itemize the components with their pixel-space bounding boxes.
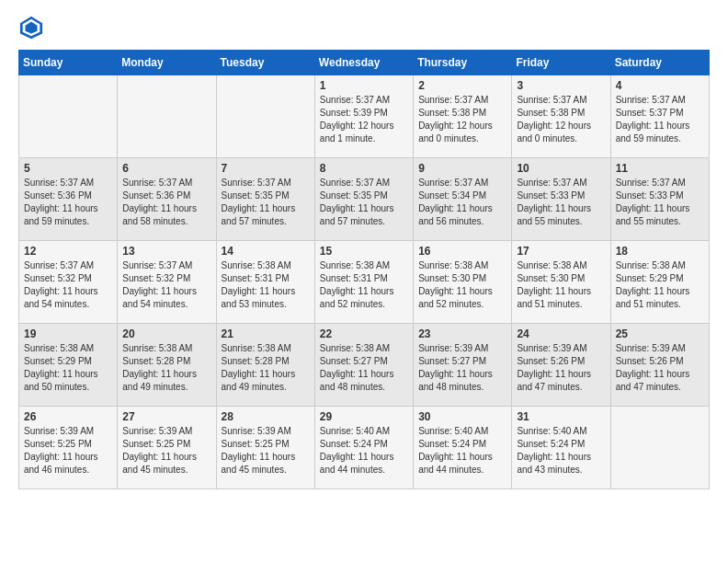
day-number: 31 xyxy=(517,410,605,423)
day-number: 2 xyxy=(418,79,506,92)
day-number: 18 xyxy=(616,245,704,258)
weekday-header-saturday: Saturday xyxy=(610,51,709,75)
calendar-cell: 29Sunrise: 5:40 AMSunset: 5:24 PMDayligh… xyxy=(314,407,413,489)
calendar-cell: 8Sunrise: 5:37 AMSunset: 5:35 PMDaylight… xyxy=(314,158,413,241)
day-info: Sunrise: 5:37 AMSunset: 5:36 PMDaylight:… xyxy=(122,177,210,228)
day-info: Sunrise: 5:39 AMSunset: 5:25 PMDaylight:… xyxy=(24,425,112,477)
calendar-cell: 26Sunrise: 5:39 AMSunset: 5:25 PMDayligh… xyxy=(19,407,118,489)
calendar-cell: 23Sunrise: 5:39 AMSunset: 5:27 PMDayligh… xyxy=(414,324,512,407)
page-header xyxy=(18,15,710,40)
day-number: 21 xyxy=(222,327,310,340)
weekday-header-thursday: Thursday xyxy=(414,51,512,75)
day-info: Sunrise: 5:39 AMSunset: 5:26 PMDaylight:… xyxy=(616,342,704,394)
day-info: Sunrise: 5:37 AMSunset: 5:38 PMDaylight:… xyxy=(517,94,605,145)
logo xyxy=(18,15,48,40)
day-number: 24 xyxy=(517,327,605,340)
calendar-cell: 2Sunrise: 5:37 AMSunset: 5:38 PMDaylight… xyxy=(414,75,512,158)
day-number: 13 xyxy=(122,245,210,258)
day-info: Sunrise: 5:37 AMSunset: 5:35 PMDaylight:… xyxy=(320,177,408,228)
day-info: Sunrise: 5:37 AMSunset: 5:34 PMDaylight:… xyxy=(418,177,506,228)
day-number: 6 xyxy=(122,162,210,175)
day-number: 25 xyxy=(616,327,704,340)
calendar-table: SundayMondayTuesdayWednesdayThursdayFrid… xyxy=(18,50,710,489)
day-number: 8 xyxy=(320,162,408,175)
calendar-cell: 12Sunrise: 5:37 AMSunset: 5:32 PMDayligh… xyxy=(19,241,118,324)
calendar-cell: 9Sunrise: 5:37 AMSunset: 5:34 PMDaylight… xyxy=(414,158,512,241)
day-info: Sunrise: 5:37 AMSunset: 5:38 PMDaylight:… xyxy=(418,94,506,145)
day-info: Sunrise: 5:38 AMSunset: 5:29 PMDaylight:… xyxy=(616,259,704,311)
day-info: Sunrise: 5:38 AMSunset: 5:27 PMDaylight:… xyxy=(320,342,408,394)
day-info: Sunrise: 5:38 AMSunset: 5:29 PMDaylight:… xyxy=(24,342,112,394)
day-info: Sunrise: 5:40 AMSunset: 5:24 PMDaylight:… xyxy=(418,425,506,477)
day-number: 7 xyxy=(222,162,310,175)
day-number: 26 xyxy=(24,410,112,423)
day-info: Sunrise: 5:37 AMSunset: 5:35 PMDaylight:… xyxy=(222,177,310,228)
day-info: Sunrise: 5:39 AMSunset: 5:25 PMDaylight:… xyxy=(122,425,210,477)
day-info: Sunrise: 5:39 AMSunset: 5:26 PMDaylight:… xyxy=(517,342,605,394)
calendar-cell xyxy=(118,75,216,158)
weekday-header-sunday: Sunday xyxy=(19,51,118,75)
day-number: 9 xyxy=(418,162,506,175)
calendar-cell: 14Sunrise: 5:38 AMSunset: 5:31 PMDayligh… xyxy=(216,241,314,324)
calendar-cell: 10Sunrise: 5:37 AMSunset: 5:33 PMDayligh… xyxy=(512,158,610,241)
calendar-cell: 27Sunrise: 5:39 AMSunset: 5:25 PMDayligh… xyxy=(118,407,216,489)
day-number: 12 xyxy=(24,245,112,258)
day-number: 14 xyxy=(222,245,310,258)
day-number: 3 xyxy=(517,79,605,92)
day-number: 1 xyxy=(320,79,408,92)
calendar-cell xyxy=(19,75,118,158)
calendar-cell: 4Sunrise: 5:37 AMSunset: 5:37 PMDaylight… xyxy=(610,75,709,158)
day-info: Sunrise: 5:38 AMSunset: 5:30 PMDaylight:… xyxy=(517,259,605,311)
calendar-cell: 5Sunrise: 5:37 AMSunset: 5:36 PMDaylight… xyxy=(19,158,118,241)
day-number: 5 xyxy=(24,162,112,175)
day-info: Sunrise: 5:40 AMSunset: 5:24 PMDaylight:… xyxy=(320,425,408,477)
day-number: 17 xyxy=(517,245,605,258)
day-info: Sunrise: 5:39 AMSunset: 5:27 PMDaylight:… xyxy=(418,342,506,394)
calendar-cell: 6Sunrise: 5:37 AMSunset: 5:36 PMDaylight… xyxy=(118,158,216,241)
day-number: 15 xyxy=(320,245,408,258)
day-info: Sunrise: 5:37 AMSunset: 5:39 PMDaylight:… xyxy=(320,94,408,145)
calendar-cell: 16Sunrise: 5:38 AMSunset: 5:30 PMDayligh… xyxy=(414,241,512,324)
day-number: 30 xyxy=(418,410,506,423)
calendar-cell: 22Sunrise: 5:38 AMSunset: 5:27 PMDayligh… xyxy=(314,324,413,407)
day-number: 22 xyxy=(320,327,408,340)
day-info: Sunrise: 5:38 AMSunset: 5:31 PMDaylight:… xyxy=(222,259,310,311)
day-info: Sunrise: 5:37 AMSunset: 5:36 PMDaylight:… xyxy=(24,177,112,228)
day-info: Sunrise: 5:37 AMSunset: 5:33 PMDaylight:… xyxy=(517,177,605,228)
calendar-cell: 3Sunrise: 5:37 AMSunset: 5:38 PMDaylight… xyxy=(512,75,610,158)
calendar-cell: 24Sunrise: 5:39 AMSunset: 5:26 PMDayligh… xyxy=(512,324,610,407)
calendar-cell: 11Sunrise: 5:37 AMSunset: 5:33 PMDayligh… xyxy=(610,158,709,241)
day-number: 29 xyxy=(320,410,408,423)
weekday-header-wednesday: Wednesday xyxy=(314,51,413,75)
day-info: Sunrise: 5:37 AMSunset: 5:32 PMDaylight:… xyxy=(122,259,210,311)
calendar-cell: 13Sunrise: 5:37 AMSunset: 5:32 PMDayligh… xyxy=(118,241,216,324)
calendar-cell: 1Sunrise: 5:37 AMSunset: 5:39 PMDaylight… xyxy=(314,75,413,158)
calendar-cell: 30Sunrise: 5:40 AMSunset: 5:24 PMDayligh… xyxy=(414,407,512,489)
day-info: Sunrise: 5:38 AMSunset: 5:31 PMDaylight:… xyxy=(320,259,408,311)
calendar-cell xyxy=(216,75,314,158)
day-number: 4 xyxy=(616,79,704,92)
day-info: Sunrise: 5:37 AMSunset: 5:33 PMDaylight:… xyxy=(616,177,704,228)
calendar-cell: 31Sunrise: 5:40 AMSunset: 5:24 PMDayligh… xyxy=(512,407,610,489)
day-number: 20 xyxy=(122,327,210,340)
calendar-cell: 21Sunrise: 5:38 AMSunset: 5:28 PMDayligh… xyxy=(216,324,314,407)
day-number: 16 xyxy=(418,245,506,258)
day-number: 28 xyxy=(222,410,310,423)
calendar-cell: 15Sunrise: 5:38 AMSunset: 5:31 PMDayligh… xyxy=(314,241,413,324)
day-info: Sunrise: 5:37 AMSunset: 5:37 PMDaylight:… xyxy=(616,94,704,145)
day-info: Sunrise: 5:38 AMSunset: 5:30 PMDaylight:… xyxy=(418,259,506,311)
calendar-cell: 25Sunrise: 5:39 AMSunset: 5:26 PMDayligh… xyxy=(610,324,709,407)
weekday-header-monday: Monday xyxy=(118,51,216,75)
day-info: Sunrise: 5:39 AMSunset: 5:25 PMDaylight:… xyxy=(222,425,310,477)
calendar-cell: 28Sunrise: 5:39 AMSunset: 5:25 PMDayligh… xyxy=(216,407,314,489)
logo-icon xyxy=(18,15,44,40)
calendar-cell: 20Sunrise: 5:38 AMSunset: 5:28 PMDayligh… xyxy=(118,324,216,407)
calendar-cell: 7Sunrise: 5:37 AMSunset: 5:35 PMDaylight… xyxy=(216,158,314,241)
day-number: 23 xyxy=(418,327,506,340)
calendar-cell xyxy=(610,407,709,489)
day-number: 10 xyxy=(517,162,605,175)
day-number: 27 xyxy=(122,410,210,423)
day-info: Sunrise: 5:40 AMSunset: 5:24 PMDaylight:… xyxy=(517,425,605,477)
day-info: Sunrise: 5:37 AMSunset: 5:32 PMDaylight:… xyxy=(24,259,112,311)
day-info: Sunrise: 5:38 AMSunset: 5:28 PMDaylight:… xyxy=(222,342,310,394)
